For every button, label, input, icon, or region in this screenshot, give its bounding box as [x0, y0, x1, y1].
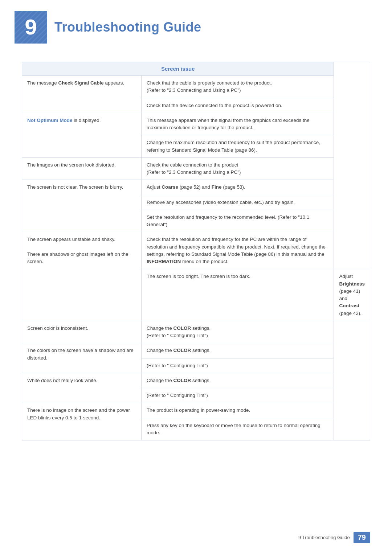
- table-row: The images on the screen look distorted.…: [22, 157, 370, 180]
- page-header: 9 Troubleshooting Guide: [0, 0, 392, 51]
- table-row: Screen color is inconsistent.Change the …: [22, 321, 370, 343]
- troubleshooting-table: Screen issue The message Check Signal Ca…: [22, 62, 370, 440]
- table-row: The screen appears unstable and shaky.Th…: [22, 232, 370, 269]
- chapter-number-block: 9: [15, 11, 47, 44]
- section-header: Screen issue: [22, 62, 334, 76]
- chapter-title: Troubleshooting Guide: [54, 20, 201, 35]
- table-row: The message Check Signal Cable appears.C…: [22, 76, 370, 98]
- footer-page-number: 79: [354, 532, 370, 543]
- table-row: White does not really look white.Change …: [22, 373, 370, 388]
- footer: 9 Troubleshooting Guide 79: [298, 532, 370, 543]
- table-row: The colors on the screen have a shadow a…: [22, 343, 370, 358]
- chapter-number: 9: [25, 16, 37, 38]
- footer-text: 9 Troubleshooting Guide: [298, 535, 350, 540]
- main-content: Screen issue The message Check Signal Ca…: [0, 62, 392, 440]
- table-row: Not Optimum Mode is displayed.This messa…: [22, 113, 370, 135]
- table-row: The screen is not clear. The screen is b…: [22, 180, 370, 195]
- table-row: There is no image on the screen and the …: [22, 403, 370, 418]
